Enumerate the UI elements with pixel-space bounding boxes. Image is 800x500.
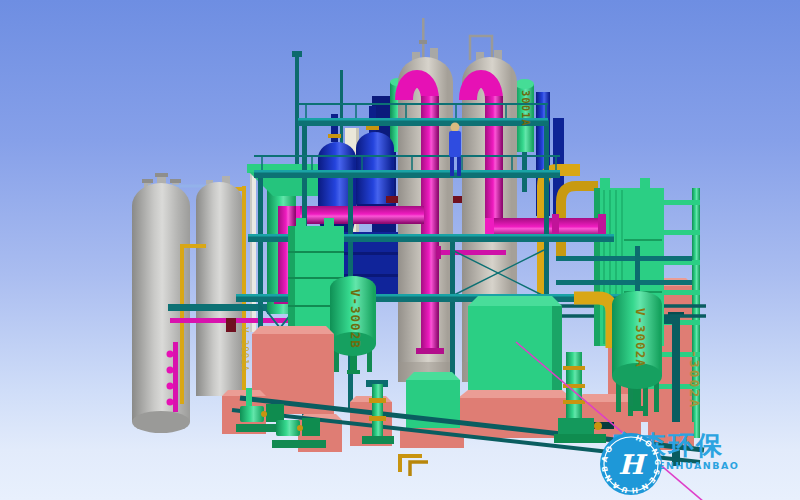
plant-3d-render: V-3001A 3001A V-3002B V-3002A -3002A HON… [0, 0, 800, 500]
company-logo: HONGSENHUANBAO H 宏森环保 HONGSENHUANBAO [598, 424, 739, 471]
logo-emblem-icon: HONGSENHUANBAO H [598, 424, 668, 500]
logo-h-monogram: H [618, 449, 648, 480]
vessel-v3002b [330, 276, 376, 374]
